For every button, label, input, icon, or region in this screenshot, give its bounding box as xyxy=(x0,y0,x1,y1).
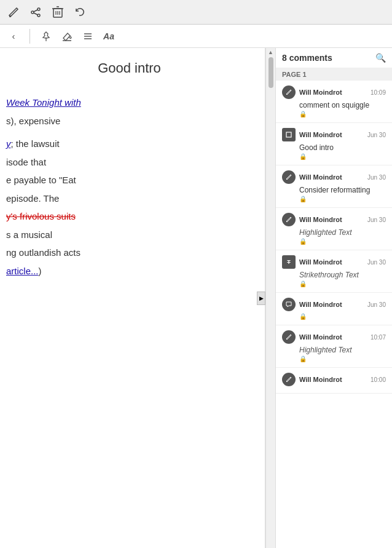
comment-item: Will Moindrot Jun 30 Good intro 🔒 xyxy=(276,123,392,165)
doc-strikethrough-text: y's frivolous suits xyxy=(6,211,76,221)
comments-pane: 8 comments 🔍 PAGE 1 Will Moindrot 10:09 … xyxy=(275,48,392,548)
document-body: Week Tonight with s), expensive y; the l… xyxy=(6,95,253,279)
comment-lock-icon: 🔒 xyxy=(299,153,386,160)
svg-point-0 xyxy=(37,8,40,10)
comment-item: T Will Moindrot Jun 30 Strikethrough Tex… xyxy=(276,250,392,293)
doc-episode: episode. The xyxy=(6,193,59,204)
comment-lock-icon: 🔒 xyxy=(299,313,386,320)
comment-body: comment on squiggle xyxy=(299,101,386,109)
avatar: T xyxy=(282,255,296,269)
avatar xyxy=(282,85,296,99)
avatar xyxy=(282,298,296,311)
avatar xyxy=(282,213,296,226)
comment-lock-icon: 🔒 xyxy=(299,238,386,245)
comment-time: Jun 30 xyxy=(367,132,386,138)
comment-meta: Will Moindrot 10:00 xyxy=(282,373,386,386)
comment-item: Will Moindrot Jun 30 Consider reformatti… xyxy=(276,165,392,208)
divider xyxy=(29,29,30,44)
comment-item: Will Moindrot Jun 30 🔒 xyxy=(276,293,392,325)
document-content: Good intro Week Tonight with s), expensi… xyxy=(0,48,265,293)
svg-line-4 xyxy=(34,13,37,15)
comment-body: Highlighted Text xyxy=(299,346,386,354)
toolbar-secondary: ‹ Aa xyxy=(0,25,392,48)
main-area: ▲ ▶ Good intro Week Tonight with s), exp… xyxy=(0,48,392,548)
avatar xyxy=(282,128,296,141)
fill-icon[interactable] xyxy=(60,29,74,44)
comment-time: Jun 30 xyxy=(367,301,386,308)
week-tonight-link[interactable]: Week Tonight with xyxy=(6,97,81,108)
comment-author: Will Moindrot xyxy=(299,301,342,308)
comment-meta: Will Moindrot Jun 30 xyxy=(282,170,386,184)
comment-body: Consider reformatting xyxy=(299,186,386,194)
comment-item: Will Moindrot 10:00 xyxy=(276,368,392,394)
comment-time: Jun 30 xyxy=(367,259,386,266)
comment-author: Will Moindrot xyxy=(299,258,342,266)
font-icon[interactable]: Aa xyxy=(101,29,116,44)
pin-icon[interactable] xyxy=(39,29,53,44)
comment-body-highlighted: Highlighted Text xyxy=(299,228,386,237)
comment-time: 10:00 xyxy=(370,376,386,383)
comment-item: Will Moindrot 10:07 Highlighted Text 🔒 xyxy=(276,325,392,368)
comment-author: Will Moindrot xyxy=(299,333,342,341)
comments-search-icon[interactable]: 🔍 xyxy=(375,53,386,63)
comment-author: Will Moindrot xyxy=(299,216,342,223)
comment-author: Will Moindrot xyxy=(299,131,342,138)
avatar xyxy=(282,373,296,386)
comment-lock-icon: 🔒 xyxy=(299,355,386,362)
edit-icon[interactable] xyxy=(6,5,21,20)
doc-lawsuit: ; the lawsuit xyxy=(11,138,60,149)
comment-meta: Will Moindrot Jun 30 xyxy=(282,213,386,226)
svg-line-3 xyxy=(34,10,37,12)
doc-musical: s a musical xyxy=(6,229,52,240)
avatar xyxy=(282,170,296,184)
list-icon[interactable] xyxy=(80,29,95,44)
comment-time: 10:07 xyxy=(370,334,386,341)
trash-icon[interactable] xyxy=(50,5,65,20)
avatar xyxy=(282,330,296,344)
comments-header: 8 comments 🔍 xyxy=(276,48,392,68)
comment-meta: T Will Moindrot Jun 30 xyxy=(282,255,386,269)
doc-payable: e payable to "Eat xyxy=(6,175,76,185)
comment-meta: Will Moindrot 10:07 xyxy=(282,330,386,344)
chevron-left-icon[interactable]: ‹ xyxy=(6,29,21,44)
comment-body-strikethrough: Strikethrough Text xyxy=(299,271,386,279)
comment-meta: Will Moindrot 10:09 xyxy=(282,85,386,99)
panel-expand-arrow[interactable]: ▶ xyxy=(257,292,265,305)
svg-rect-16 xyxy=(286,132,291,137)
comment-author: Will Moindrot xyxy=(299,376,342,383)
short-link[interactable]: y xyxy=(6,138,11,149)
share-icon[interactable] xyxy=(28,5,43,20)
doc-outlandish: ng outlandish acts xyxy=(6,247,80,258)
scrollbar[interactable]: ▲ xyxy=(265,48,275,548)
comment-meta: Will Moindrot Jun 30 xyxy=(282,128,386,141)
comment-lock-icon: 🔒 xyxy=(299,111,386,117)
scroll-thumb[interactable] xyxy=(269,57,273,88)
scroll-up-arrow[interactable]: ▲ xyxy=(268,49,273,55)
comment-time: 10:09 xyxy=(370,89,386,96)
svg-point-2 xyxy=(31,11,34,14)
doc-isode: isode that xyxy=(6,157,46,167)
document-title: Good intro xyxy=(6,60,253,76)
doc-line-expensive: s), expensive xyxy=(6,116,60,126)
comment-meta: Will Moindrot Jun 30 xyxy=(282,298,386,311)
comment-item: Will Moindrot Jun 30 Highlighted Text 🔒 xyxy=(276,208,392,250)
undo-icon[interactable] xyxy=(73,5,87,20)
comment-body: Good intro xyxy=(299,143,386,152)
comment-time: Jun 30 xyxy=(367,174,386,181)
comment-lock-icon: 🔒 xyxy=(299,196,386,202)
comment-author: Will Moindrot xyxy=(299,89,342,96)
doc-close-paren: ) xyxy=(39,266,42,276)
comment-item: Will Moindrot 10:09 comment on squiggle … xyxy=(276,81,392,123)
comment-author: Will Moindrot xyxy=(299,173,342,181)
article-link[interactable]: article... xyxy=(6,266,39,276)
comments-count: 8 comments xyxy=(282,53,332,63)
comment-lock-icon: 🔒 xyxy=(299,280,386,287)
svg-point-1 xyxy=(37,14,40,17)
page-label: PAGE 1 xyxy=(276,68,392,81)
toolbar-primary xyxy=(0,0,392,25)
comment-time: Jun 30 xyxy=(367,216,386,223)
document-pane: Good intro Week Tonight with s), expensi… xyxy=(0,48,265,548)
